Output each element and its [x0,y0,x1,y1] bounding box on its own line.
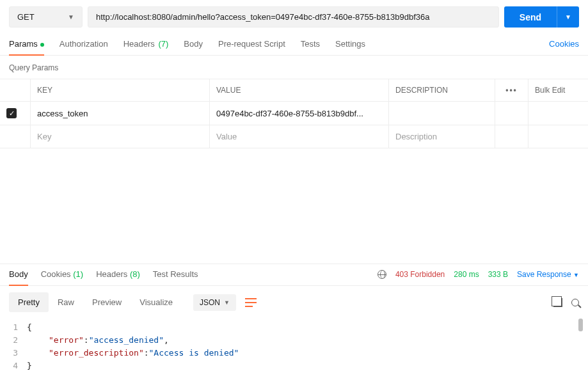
checkbox-checked-icon: ✓ [6,108,17,118]
http-method-select[interactable]: GET ▼ [9,6,83,28]
tab-params[interactable]: Params [9,39,44,55]
col-more[interactable]: ••• [495,79,528,101]
tab-prerequest[interactable]: Pre-request Script [218,39,285,55]
cookies-link[interactable]: Cookies [549,39,579,55]
col-checkbox [0,79,31,101]
send-caret-icon[interactable]: ▼ [557,6,579,28]
tab-settings[interactable]: Settings [335,39,365,55]
params-modified-dot [40,43,44,47]
table-header-row: KEY VALUE DESCRIPTION ••• Bulk Edit [0,79,588,102]
row-description-cell[interactable] [389,102,495,125]
query-params-table: KEY VALUE DESCRIPTION ••• Bulk Edit ✓ ac… [0,79,588,148]
status-code: 403 Forbidden [395,270,445,279]
tab-tests[interactable]: Tests [301,39,320,55]
col-key: KEY [31,79,210,101]
scrollbar-thumb[interactable] [578,319,583,331]
resp-tab-cookies[interactable]: Cookies (1) [41,269,83,285]
row-value-cell[interactable]: 0497e4bc-df37-460e-8755-b813b9dbf... [210,102,389,125]
url-input[interactable] [88,6,499,28]
view-visualize[interactable]: Visualize [131,292,182,312]
new-key-input[interactable]: Key [31,125,210,148]
globe-icon[interactable] [377,270,386,279]
resp-tab-tests[interactable]: Test Results [153,269,198,285]
table-row: ✓ access_token 0497e4bc-df37-460e-8755-b… [0,102,588,125]
tab-authorization[interactable]: Authorization [60,39,108,55]
table-row-empty: Key Value Description [0,125,588,148]
query-params-heading: Query Params [0,56,588,79]
new-description-input[interactable]: Description [389,125,495,148]
new-value-input[interactable]: Value [210,125,389,148]
save-response-button[interactable]: Save Response ▼ [517,270,579,279]
response-time: 280 ms [454,270,479,279]
tab-body[interactable]: Body [184,39,203,55]
bulk-edit-button[interactable]: Bulk Edit [528,79,588,101]
chevron-down-icon: ▼ [224,299,230,306]
chevron-down-icon: ▼ [68,13,74,20]
chevron-down-icon: ▼ [573,272,579,278]
view-preview[interactable]: Preview [83,292,131,312]
view-pretty[interactable]: Pretty [9,292,49,312]
col-description: DESCRIPTION [389,79,495,101]
response-size: 333 B [488,270,508,279]
row-key-cell[interactable]: access_token [31,102,210,125]
format-select[interactable]: JSON▼ [193,294,236,311]
wrap-lines-icon[interactable] [245,298,257,307]
resp-tab-headers[interactable]: Headers (8) [96,269,140,285]
copy-icon[interactable] [553,298,562,307]
response-body-code[interactable]: 1{ 2"error": "access_denied", 3"error_de… [9,321,579,372]
view-raw[interactable]: Raw [49,292,83,312]
row-checkbox-cell[interactable]: ✓ [0,102,31,125]
resp-tab-body[interactable]: Body [9,269,28,285]
send-button-label: Send [504,12,557,22]
search-icon[interactable] [571,299,579,306]
http-method-value: GET [17,12,35,22]
col-value: VALUE [210,79,389,101]
send-button[interactable]: Send ▼ [504,6,579,28]
more-dots-icon: ••• [502,86,521,95]
tab-headers[interactable]: Headers (7) [123,39,169,55]
